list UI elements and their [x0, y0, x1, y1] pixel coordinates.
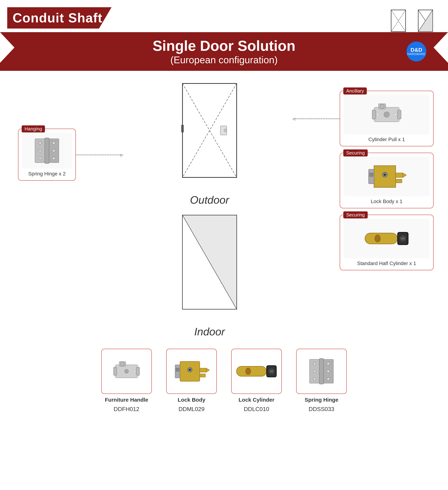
svg-point-13: [52, 149, 55, 152]
svg-rect-40: [374, 187, 374, 188]
svg-point-14: [52, 157, 55, 160]
svg-rect-83: [319, 359, 324, 384]
indoor-section: Indoor: [164, 213, 255, 338]
header-title-bar: Conduit Shaft: [7, 7, 111, 28]
bottom-item-0: Furniture Handle DDFH012: [101, 349, 152, 412]
svg-point-77: [313, 362, 316, 365]
half-cylinder-card: Securing: [340, 215, 434, 270]
svg-rect-49: [376, 238, 379, 242]
page: Conduit Shaft pull push Single Door Solu…: [0, 0, 448, 490]
page-title: Conduit Shaft: [13, 11, 102, 25]
indoor-door-svg: [164, 213, 255, 322]
svg-rect-72: [247, 371, 249, 375]
lock-body-bottom-svg: [173, 357, 210, 385]
svg-rect-74: [270, 370, 273, 372]
spring-hinge-bottom-svg: [306, 356, 337, 387]
svg-point-54: [121, 362, 125, 366]
svg-rect-39: [374, 165, 374, 166]
half-cylinder-svg: [363, 226, 410, 251]
svg-point-59: [134, 371, 135, 372]
svg-rect-67: [176, 368, 179, 371]
svg-point-10: [39, 149, 42, 152]
svg-rect-44: [370, 173, 373, 176]
lock-body-card: Securing: [340, 153, 434, 208]
cylinder-pull-desc: Cylinder Pull x 1: [344, 137, 430, 142]
lock-body-svg: [367, 162, 406, 191]
svg-point-30: [384, 112, 389, 117]
svg-point-12: [52, 142, 55, 144]
hinge-image: [22, 133, 72, 169]
pull-door-icon: [390, 9, 406, 33]
svg-rect-51: [401, 238, 405, 239]
svg-point-31: [377, 114, 379, 116]
solution-banner: Single Door Solution (European configura…: [0, 32, 448, 71]
hinge-card: Hanging: [18, 129, 76, 181]
svg-point-9: [39, 142, 42, 144]
bottom-item-1-name: Lock Body: [178, 397, 205, 403]
svg-rect-55: [114, 367, 117, 376]
svg-point-81: [327, 370, 330, 373]
outdoor-section: Outdoor: [164, 82, 255, 206]
bottom-item-0-code: DDFH012: [114, 406, 139, 412]
svg-point-57: [125, 369, 128, 373]
bottom-item-3-code: DDSS033: [309, 406, 334, 412]
svg-rect-28: [372, 110, 376, 119]
svg-rect-29: [397, 110, 401, 119]
banner-subtitle: (European configuration): [18, 54, 430, 65]
svg-point-27: [380, 104, 384, 109]
bottom-items: Furniture Handle DDFH012 Lock Body DDML0…: [7, 349, 441, 423]
svg-point-78: [313, 370, 316, 373]
indoor-label: Indoor: [194, 325, 225, 338]
bottom-item-0-name: Furniture Handle: [105, 397, 148, 403]
cylinder-pull-image: [344, 95, 430, 134]
dd-logo-sub: HARDWARE: [407, 52, 426, 56]
svg-point-58: [118, 371, 119, 372]
bottom-item-1: Lock Body DDML029: [166, 349, 217, 412]
bottom-item-3-name: Spring Hinge: [305, 397, 338, 403]
svg-point-79: [313, 378, 316, 380]
svg-point-65: [189, 368, 191, 371]
svg-rect-68: [237, 366, 266, 376]
push-door-icon: [417, 9, 434, 33]
cylinder-pull-svg: [369, 100, 405, 129]
banner-title: Single Door Solution: [18, 38, 430, 54]
svg-rect-56: [136, 367, 140, 376]
outdoor-label: Outdoor: [190, 194, 229, 206]
bottom-item-2: Lock Cylinder DDLC010: [231, 349, 282, 412]
bottom-item-3: Spring Hinge DDSS033: [296, 349, 347, 412]
svg-point-32: [395, 114, 397, 116]
svg-rect-15: [45, 138, 49, 164]
half-cylinder-desc: Standard Half Cylinder x 1: [344, 261, 430, 266]
svg-point-82: [327, 378, 330, 380]
spring-hinge-card: [296, 349, 347, 394]
hinge-desc: Spring Hinge x 2: [22, 171, 72, 177]
lock-body-bottom-card: [166, 349, 217, 394]
svg-point-21: [224, 129, 227, 132]
outdoor-door-svg: [164, 82, 255, 190]
svg-rect-19: [181, 125, 184, 132]
hinge-card-label: Hanging: [22, 125, 45, 132]
svg-rect-61: [200, 368, 206, 372]
securing-label-1: Securing: [343, 149, 368, 157]
dd-logo-text: D&D: [411, 47, 422, 52]
bottom-item-2-code: DDLC010: [244, 406, 269, 412]
furniture-handle-svg: [110, 357, 143, 386]
half-cylinder-image: [344, 219, 430, 258]
lock-body-desc: Lock Body x 1: [344, 199, 430, 204]
svg-rect-42: [395, 187, 396, 188]
bottom-item-1-code: DDML029: [178, 406, 204, 412]
hinge-svg: [32, 135, 62, 166]
svg-rect-34: [396, 173, 403, 177]
svg-point-80: [327, 362, 330, 365]
ancillary-label: Ancillary: [343, 88, 367, 95]
furniture-handle-card: [101, 349, 152, 394]
lock-cylinder-card: [231, 349, 282, 394]
svg-rect-63: [200, 374, 205, 377]
dd-logo: D&D HARDWARE: [406, 42, 426, 61]
svg-rect-41: [395, 165, 396, 166]
lock-body-image: [344, 157, 430, 196]
lock-cylinder-svg: [235, 359, 278, 384]
svg-point-11: [39, 157, 42, 160]
securing-label-2: Securing: [343, 211, 368, 219]
svg-marker-35: [403, 173, 406, 177]
